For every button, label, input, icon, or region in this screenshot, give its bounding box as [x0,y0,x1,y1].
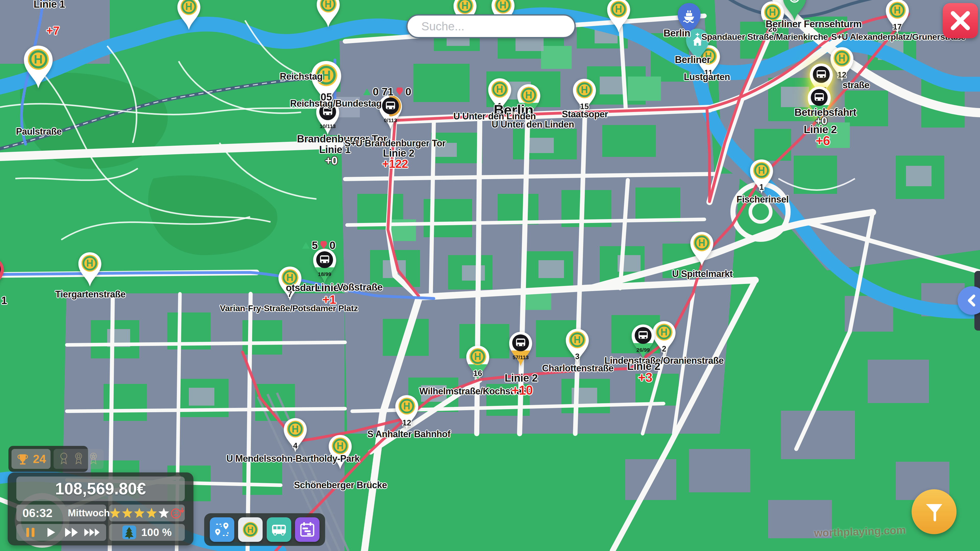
svg-text:H: H [286,272,293,283]
fastest-forward-icon [83,527,101,538]
map-label: +10 [511,383,533,398]
svg-text:H: H [758,165,765,176]
bus-stop-pin[interactable]: H 17 [885,0,910,34]
route-icon [213,521,231,538]
svg-text:57/113: 57/113 [512,354,528,360]
svg-text:H: H [86,258,93,268]
eco-value: 100 % [141,526,172,538]
svg-text:H: H [581,84,588,95]
alighting-pin-icon [395,87,404,96]
trophy-icon [16,452,29,465]
passenger-indicator: 0 710 [363,86,411,98]
bus-stops-button[interactable]: H [238,517,262,542]
map-label: U Mendelssohn-Bartholdy-Park [226,453,360,464]
schedule-icon [298,521,316,538]
bus-stop-pin[interactable]: H 2 [652,321,676,356]
trophy-counter[interactable]: 24 [11,449,51,469]
smiley-poi-pin[interactable] [782,0,807,21]
map-label: Berliner Fernsehturm [765,19,862,30]
search-bar [406,14,576,38]
hud-panel: 108,569.80€ 06:32 Mittwoch [8,472,193,545]
bus-pin[interactable]: 57/113 [508,331,533,367]
money-value: 108,569.80€ [55,479,146,498]
map-label: Voßstraße [337,282,383,293]
bus-stop-pin[interactable]: H [328,434,352,470]
play-icon [46,527,56,538]
svg-text:16: 16 [473,369,482,378]
svg-text:H: H [474,351,481,362]
map-label: U Unter den Linden [492,119,574,130]
map-label: Spandauer Straße/Marienkirche [701,32,828,42]
svg-text:H: H [185,1,192,12]
svg-text:H: H [292,424,299,434]
medal-icon [73,451,84,466]
svg-text:H: H [461,0,468,11]
svg-text:12: 12 [838,70,846,79]
pause-button[interactable] [21,525,39,540]
money-display: 108,569.80€ [16,476,185,501]
svg-text:H: H [698,238,705,248]
svg-text:H: H [615,4,622,14]
map-label: +6 [816,133,830,148]
close-button[interactable] [943,3,978,38]
svg-text:H: H [894,5,900,16]
map-label: Linie 2 [504,372,538,384]
svg-text:H: H [403,401,410,411]
bus-stop-pin[interactable]: H [606,0,631,33]
bus-stop-pin[interactable]: H 4 [283,417,307,453]
bus-stop-pin[interactable]: H 15 [572,78,597,114]
alighting-pin-icon [319,241,328,250]
bus-stop-pin[interactable]: H [316,0,340,28]
map-label: +0 [325,154,337,167]
bus-pin[interactable]: 0/113 [378,94,403,130]
bus-stop-pin[interactable]: H 16 [466,345,490,381]
fast-forward-button[interactable] [63,525,81,540]
map-toolbar: H [204,513,325,546]
bus-pin[interactable]: 18/99 [312,248,337,284]
map-label: Tiergartenstraße [55,289,125,300]
svg-text:H: H [247,525,254,534]
svg-text:H: H [321,68,331,82]
map-label: Berliner [675,54,711,65]
environment-display: 100 % [109,524,185,541]
speed-controls [16,524,106,541]
svg-text:2: 2 [662,345,666,353]
bus-stop-pin[interactable]: H 1 [749,159,774,194]
svg-text:H: H [337,441,344,451]
play-button[interactable] [42,525,60,540]
search-input[interactable] [406,14,576,38]
map-label: Paulstraße [16,126,62,137]
svg-text:H: H [500,0,506,11]
achievement-slots[interactable] [54,449,103,469]
map-label: straße [842,80,869,91]
day-value: Mittwoch [68,508,110,519]
bus-stop-pin[interactable]: H [23,44,54,89]
buses-button[interactable] [267,517,291,542]
bus-stop-pin[interactable]: H [690,231,714,267]
map-label: Reichstag [280,71,323,82]
bus-pin[interactable]: 26/99 [631,324,655,359]
svg-text:3: 3 [575,352,579,361]
bus-pin[interactable] [0,257,5,293]
bus-stop-pin[interactable]: H 12 [395,394,419,430]
filter-button[interactable] [912,489,956,534]
svg-text:H: H [838,53,845,64]
svg-text:H: H [496,84,503,95]
star-icon [158,507,170,519]
fast-forward-icon [64,527,80,538]
trophy-count: 24 [33,452,46,466]
fastest-forward-button[interactable] [83,525,101,540]
marker-layer: H H H H [0,0,980,551]
route-planner-button[interactable] [210,517,234,542]
close-icon [950,10,971,32]
bus-stop-pin[interactable]: H 3 [565,328,590,364]
bus-stop-pin[interactable]: H [177,0,201,30]
bus-stop-pin[interactable]: H [78,251,102,287]
svg-text:26/99: 26/99 [636,347,650,353]
svg-text:17: 17 [893,22,902,32]
map-label: Schöneberger Brücke [294,480,387,491]
schedule-button[interactable] [295,517,320,542]
clock-display: 06:32 Mittwoch [16,505,106,521]
svg-text:H: H [660,327,667,338]
map-label: Charlottenstraße [542,363,614,374]
